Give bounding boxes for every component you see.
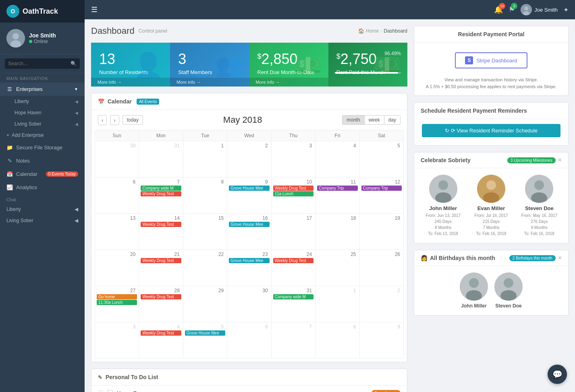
cal-cell[interactable]: 9: [359, 322, 403, 359]
cal-cell[interactable]: 2: [359, 286, 403, 322]
cal-today-btn[interactable]: today: [122, 115, 143, 125]
cal-cell[interactable]: 11 Company Trip: [316, 177, 359, 214]
cal-cell[interactable]: 1: [183, 141, 227, 177]
flags-btn[interactable]: ⚑ 3: [509, 5, 515, 14]
cal-event[interactable]: Company wide M: [141, 186, 181, 191]
nav-item-secure-storage[interactable]: 📁 Secure File Storage: [0, 141, 85, 154]
cal-cell[interactable]: 8: [316, 322, 359, 359]
add-enterprise-btn[interactable]: + Add Enterprise: [0, 130, 85, 141]
cal-event[interactable]: Weekly Drug Test: [141, 294, 181, 299]
view-schedule-btn[interactable]: ↻ ⟳ View Resident Reminder Schedule: [422, 124, 560, 137]
cal-cell[interactable]: 24 Weekly Drug Test: [271, 250, 315, 286]
cal-event[interactable]: Company wide M: [273, 294, 313, 299]
cal-event[interactable]: Weekly Drug Test: [141, 330, 181, 336]
stripe-dashboard-btn[interactable]: S Stripe Dashboard: [455, 52, 527, 68]
cal-event[interactable]: 11:30a Lunch: [97, 300, 137, 305]
cal-cell[interactable]: 28 Weekly Drug Test: [139, 286, 183, 322]
cal-cell[interactable]: 21 Weekly Drug Test: [139, 250, 183, 286]
cal-cell[interactable]: 30: [95, 141, 139, 177]
cal-cell[interactable]: 10 Weekly Drug Test 11a Lunch: [271, 177, 315, 214]
cal-cell[interactable]: 7: [271, 322, 315, 359]
todo-checkbox[interactable]: [107, 390, 113, 392]
cal-cell[interactable]: 17: [271, 214, 315, 250]
chat-fab-btn[interactable]: 💬: [548, 365, 567, 384]
cal-cell[interactable]: 12 Company Trip: [359, 177, 403, 214]
cal-cell[interactable]: 26: [359, 250, 403, 286]
cal-cell[interactable]: 6: [95, 177, 139, 214]
nav-subitem-livingsober[interactable]: Living Sober ◀: [0, 118, 85, 130]
notifications-btn[interactable]: 🔔 10: [494, 5, 503, 14]
nav-item-notes[interactable]: ✎ Notes: [0, 154, 85, 167]
menu-icon[interactable]: ☰: [91, 5, 98, 14]
cal-cell[interactable]: 25: [316, 250, 359, 286]
cal-cell[interactable]: 15: [183, 214, 227, 250]
birthdays-close-btn[interactable]: ×: [558, 254, 562, 262]
cal-cell[interactable]: 18: [316, 214, 359, 250]
search-box[interactable]: 🔍: [0, 54, 85, 73]
cal-cell[interactable]: 3: [95, 322, 139, 359]
nav-item-enterprises[interactable]: ☰ Enterprises ▼: [0, 83, 85, 96]
cal-cell[interactable]: 30: [227, 286, 271, 322]
chat-subitem-liberty[interactable]: Liberty ◀: [0, 204, 85, 215]
calendar-all-events[interactable]: All Events: [137, 99, 159, 105]
sobriety-close-btn[interactable]: ×: [558, 157, 562, 164]
drag-handle-icon[interactable]: ☷: [98, 390, 103, 392]
cal-view-month[interactable]: month: [343, 116, 364, 124]
topbar-user[interactable]: Joe Smith: [521, 4, 558, 15]
cal-cell[interactable]: 9 Grove House Mee: [227, 177, 271, 214]
cal-cell[interactable]: 5: [359, 141, 403, 177]
nav-item-calendar[interactable]: 📅 Calendar 0 Events Today: [0, 167, 85, 181]
sidebar-logo[interactable]: O OathTrack: [0, 0, 85, 23]
cal-cell[interactable]: 23 Grove House Mee: [227, 250, 271, 286]
cal-event[interactable]: Weekly Drug Test: [141, 191, 181, 196]
cal-cell[interactable]: 5 Grove House Mee: [183, 322, 227, 359]
cal-cell[interactable]: 2: [227, 141, 271, 177]
nav-item-analytics[interactable]: 📈 Analytics: [0, 181, 85, 194]
cal-event[interactable]: Go home: [97, 294, 137, 299]
cal-cell[interactable]: 4: [316, 141, 359, 177]
cal-cell[interactable]: 14 Weekly Drug Test: [139, 214, 183, 250]
cal-cell[interactable]: 13: [95, 214, 139, 250]
chevron-icon: ◀: [75, 99, 78, 104]
cal-cell[interactable]: 31: [139, 141, 183, 177]
cal-event[interactable]: Company Trip: [361, 186, 402, 191]
chat-subitem-livingsober[interactable]: Living Sober ◀: [0, 215, 85, 226]
cal-event[interactable]: Grove House Mee: [229, 222, 269, 227]
cal-view-week[interactable]: week: [365, 116, 384, 124]
cal-view-day[interactable]: day: [384, 116, 400, 124]
cal-cell[interactable]: 19: [359, 214, 403, 250]
cal-event[interactable]: 11a Lunch: [273, 191, 313, 196]
staff-more-info[interactable]: More info →: [170, 78, 249, 87]
cal-cell[interactable]: 20: [95, 250, 139, 286]
nav-section-label: MAIN NAVIGATION: [0, 73, 85, 83]
search-input[interactable]: [5, 58, 80, 69]
breadcrumb-home[interactable]: Home: [366, 28, 379, 34]
rent-due-more-info[interactable]: More info →: [249, 78, 328, 87]
cal-cell[interactable]: 6: [227, 322, 271, 359]
cal-event[interactable]: Company Trip: [317, 186, 357, 191]
cal-cell[interactable]: 1: [316, 286, 359, 322]
cal-cell[interactable]: 27 Go home 11:30a Lunch: [95, 286, 139, 322]
cal-cell[interactable]: 22: [183, 250, 227, 286]
cal-cell[interactable]: 4 Weekly Drug Test: [139, 322, 183, 359]
cal-cell[interactable]: 8: [183, 177, 227, 214]
cal-event[interactable]: Weekly Drug Test: [141, 258, 181, 263]
cal-cell[interactable]: 16 Grove House Mee: [227, 214, 271, 250]
svg-point-10: [486, 180, 496, 190]
cal-event[interactable]: Grove House Mee: [229, 258, 269, 263]
cal-cell[interactable]: 3: [271, 141, 315, 177]
nav-subitem-liberty[interactable]: Liberty ◀: [0, 96, 85, 107]
cal-cell[interactable]: 29: [183, 286, 227, 322]
cal-event[interactable]: Weekly Drug Test: [141, 222, 181, 227]
cal-cell[interactable]: 31 Company wide M: [271, 286, 315, 322]
cal-event[interactable]: Grove House Mee: [229, 186, 269, 191]
residents-more-info[interactable]: More info →: [91, 78, 170, 87]
cal-event[interactable]: Weekly Drug Test: [273, 258, 313, 263]
cal-prev-btn[interactable]: ‹: [98, 115, 107, 125]
cal-event[interactable]: Grove House Mee: [185, 330, 225, 336]
share-icon-btn[interactable]: ✦: [563, 6, 569, 14]
cal-event[interactable]: Weekly Drug Test: [273, 186, 313, 191]
cal-cell[interactable]: 7 Company wide M Weekly Drug Test: [139, 177, 183, 214]
cal-next-btn[interactable]: ›: [110, 115, 119, 125]
nav-subitem-hopehaven[interactable]: Hope Haven ◀: [0, 107, 85, 118]
